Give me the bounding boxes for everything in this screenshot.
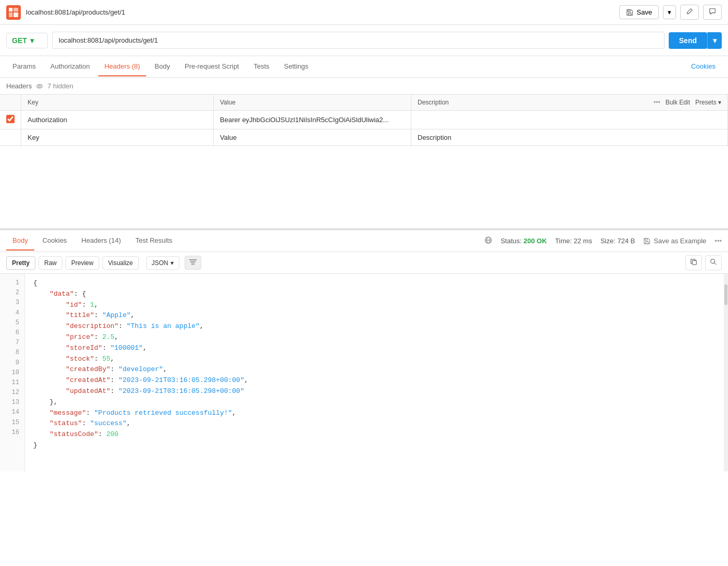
tab-headers[interactable]: Headers (8) — [98, 57, 147, 76]
send-label: Send — [679, 36, 697, 45]
save-button[interactable]: Save — [619, 5, 659, 19]
response-tab-cookies[interactable]: Cookies — [36, 231, 73, 251]
header-row-1: Authorization Bearer eyJhbGciOiJSUzI1NiI… — [0, 111, 728, 129]
tab-params[interactable]: Params — [6, 57, 42, 76]
response-tab-body[interactable]: Body — [6, 231, 34, 251]
format-raw-button[interactable]: Raw — [38, 256, 62, 270]
hidden-eye-icon — [36, 83, 43, 90]
response-section: Body Cookies Headers (14) Test Results S… — [0, 229, 728, 471]
request-bar: GET ▾ Send ▾ — [0, 25, 728, 56]
th-key: Key — [21, 95, 214, 111]
format-preview-button[interactable]: Preview — [66, 256, 99, 270]
save-example-button[interactable]: Save as Example — [643, 237, 706, 245]
format-pretty-button[interactable]: Pretty — [6, 256, 35, 270]
th-description: Description ••• Bulk Edit Presets ▾ — [411, 95, 728, 111]
response-tab-test-results[interactable]: Test Results — [129, 231, 178, 251]
tab-authorization[interactable]: Authorization — [44, 57, 96, 76]
th-more-icon[interactable]: ••• — [654, 99, 660, 106]
line-numbers: 12345678910111213141516 — [0, 274, 25, 471]
headers-table: Key Value Description ••• Bulk Edit Pres… — [0, 95, 728, 146]
method-select[interactable]: GET ▾ — [6, 33, 48, 48]
svg-rect-4 — [629, 12, 631, 15]
empty-key[interactable]: Key — [21, 129, 214, 146]
row-description[interactable] — [411, 111, 728, 129]
svg-line-18 — [714, 263, 717, 265]
title-actions: Save ▾ — [619, 5, 722, 20]
hidden-count: 7 hidden — [47, 82, 73, 90]
row-checkbox-cell — [0, 111, 21, 129]
empty-check-cell — [0, 129, 21, 146]
status-value: 200 OK — [524, 237, 547, 245]
svg-rect-1 — [14, 8, 18, 11]
status-label: Status: 200 OK — [501, 237, 547, 245]
json-viewer: 12345678910111213141516 { "data": { "id"… — [0, 274, 728, 471]
row-value[interactable]: Bearer eyJhbGciOiJSUzI1NiIsInR5cCIgOiAiS… — [214, 111, 411, 129]
globe-icon — [484, 236, 492, 246]
svg-rect-0 — [9, 8, 12, 11]
bulk-edit-button[interactable]: Bulk Edit — [666, 99, 690, 106]
tab-cookies[interactable]: Cookies — [685, 57, 722, 76]
tab-body[interactable]: Body — [148, 57, 176, 76]
title-url: localhost:8081/api/products/get/1 — [26, 8, 619, 16]
tab-settings[interactable]: Settings — [278, 57, 315, 76]
row-checkbox[interactable] — [6, 115, 15, 123]
presets-button[interactable]: Presets ▾ — [695, 99, 721, 106]
row-key[interactable]: Authorization — [21, 111, 214, 129]
json-chevron-icon: ▾ — [171, 259, 174, 267]
edit-icon-button[interactable] — [680, 5, 699, 20]
search-button[interactable] — [705, 255, 722, 270]
save-label: Save — [636, 8, 652, 16]
svg-point-6 — [37, 84, 43, 88]
svg-rect-11 — [646, 241, 648, 243]
format-visualize-button[interactable]: Visualize — [102, 256, 139, 270]
comment-icon-button[interactable] — [703, 5, 722, 20]
empty-description[interactable]: Description — [411, 129, 728, 146]
response-toolbar: Pretty Raw Preview Visualize JSON ▾ — [0, 252, 728, 274]
svg-rect-3 — [14, 12, 18, 17]
save-dropdown-button[interactable]: ▾ — [663, 5, 676, 19]
empty-value[interactable]: Value — [214, 129, 411, 146]
th-value: Value — [214, 95, 411, 111]
method-chevron-icon: ▾ — [30, 36, 34, 45]
response-tab-headers[interactable]: Headers (14) — [75, 231, 127, 251]
url-input[interactable] — [52, 32, 665, 49]
headers-info-bar: Headers 7 hidden — [0, 78, 728, 95]
svg-rect-16 — [692, 260, 696, 265]
svg-point-17 — [711, 259, 715, 264]
size-label: Size: 724 B — [601, 237, 635, 245]
response-meta: Status: 200 OK Time: 22 ms Size: 724 B S… — [484, 236, 722, 246]
tab-pre-request-script[interactable]: Pre-request Script — [178, 57, 245, 76]
headers-label: Headers — [6, 82, 32, 90]
json-content: { "data": { "id": 1, "title": "Apple", "… — [25, 274, 724, 471]
svg-rect-5 — [628, 9, 630, 11]
svg-rect-2 — [9, 12, 12, 17]
copy-button[interactable] — [685, 255, 702, 270]
svg-rect-12 — [645, 238, 647, 240]
json-format-select[interactable]: JSON ▾ — [146, 256, 179, 270]
size-value: 724 B — [617, 237, 635, 245]
spacer — [0, 146, 728, 229]
title-bar: localhost:8081/api/products/get/1 Save ▾ — [0, 0, 728, 25]
time-label: Time: 22 ms — [555, 237, 592, 245]
th-check — [0, 95, 21, 111]
send-dropdown-button[interactable]: ▾ — [707, 32, 722, 49]
time-value: 22 ms — [574, 237, 592, 245]
response-tabs: Body Cookies Headers (14) Test Results S… — [0, 230, 728, 252]
send-button[interactable]: Send — [669, 32, 707, 49]
filter-button[interactable] — [185, 256, 201, 270]
header-row-empty: Key Value Description — [0, 129, 728, 146]
scrollbar[interactable] — [724, 274, 728, 471]
more-options-icon[interactable]: ••• — [714, 237, 722, 245]
th-extras: Description ••• Bulk Edit Presets ▾ — [418, 99, 721, 106]
app-logo — [6, 5, 21, 20]
method-label: GET — [12, 36, 27, 45]
tab-tests[interactable]: Tests — [248, 57, 276, 76]
request-tabs: Params Authorization Headers (8) Body Pr… — [0, 56, 728, 78]
svg-point-7 — [38, 85, 41, 87]
scrollbar-thumb[interactable] — [724, 284, 727, 305]
